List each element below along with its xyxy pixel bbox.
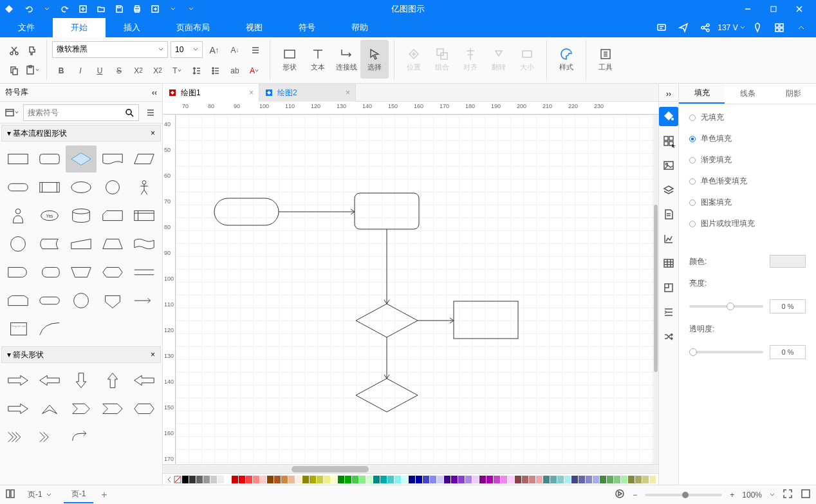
shape-actor[interactable] (129, 174, 160, 201)
cut-button[interactable] (5, 42, 23, 60)
color-swatch[interactable] (543, 476, 550, 483)
text-highlight-button[interactable]: ab (226, 62, 244, 80)
color-swatch[interactable] (338, 476, 344, 483)
tab-layout[interactable]: 页面布局 (158, 18, 228, 37)
shape-document[interactable] (98, 145, 128, 173)
color-swatch[interactable] (508, 476, 514, 483)
save-button[interactable] (111, 1, 127, 17)
shape-yes[interactable]: Yes (34, 202, 64, 229)
color-swatch[interactable] (628, 476, 635, 483)
color-swatch[interactable] (614, 476, 620, 483)
decrease-font-button[interactable]: A↓ (226, 41, 244, 59)
text-tool[interactable]: 文本 (304, 40, 332, 79)
page-selector[interactable]: 页-1 (23, 487, 56, 502)
color-swatch[interactable] (458, 476, 465, 483)
color-swatch[interactable] (465, 476, 472, 483)
shape-circle2[interactable] (3, 230, 33, 257)
undo-button[interactable] (21, 1, 37, 17)
color-swatch[interactable] (642, 476, 649, 483)
radio-no-fill[interactable]: 无填充 (689, 112, 806, 123)
open-button[interactable] (93, 1, 109, 17)
subscript-button[interactable]: X2 (149, 62, 167, 80)
add-page-button[interactable]: + (101, 489, 107, 501)
italic-button[interactable]: I (71, 62, 89, 80)
side-page-tool[interactable] (659, 205, 678, 224)
color-swatch[interactable] (402, 476, 408, 483)
tab-start[interactable]: 开始 (53, 18, 106, 37)
align-button[interactable] (246, 41, 264, 59)
group-tool[interactable]: 组合 (428, 40, 456, 79)
doc-tab-1[interactable]: 绘图1 × (163, 84, 259, 102)
bold-button[interactable]: B (52, 62, 70, 80)
undo-dropdown[interactable] (39, 1, 55, 17)
arrow-pentagon[interactable] (98, 395, 128, 422)
radio-texture-fill[interactable]: 图片或纹理填充 (689, 218, 806, 229)
symbol-settings[interactable] (142, 104, 160, 122)
color-swatch[interactable] (331, 476, 337, 483)
side-image-tool[interactable] (659, 156, 678, 175)
collapse-ribbon-icon[interactable] (792, 19, 811, 37)
color-swatch[interactable] (295, 476, 302, 483)
shape-card[interactable] (98, 202, 128, 229)
symbol-search-input[interactable] (23, 104, 139, 121)
library-dropdown[interactable] (3, 104, 21, 122)
color-swatch[interactable] (451, 476, 458, 483)
color-swatch[interactable] (281, 476, 288, 483)
shape-ellipse[interactable] (66, 174, 96, 201)
scrollbar-horizontal[interactable] (163, 464, 658, 473)
underline-button[interactable]: U (91, 62, 109, 80)
shape-stored-data[interactable] (34, 230, 64, 257)
side-chart-tool[interactable] (659, 229, 678, 248)
color-swatch[interactable] (218, 476, 224, 483)
color-picker[interactable] (770, 255, 806, 268)
color-swatch[interactable] (182, 476, 189, 483)
color-swatch[interactable] (649, 476, 656, 483)
search-icon[interactable] (124, 107, 134, 118)
flowchart-connector[interactable] (384, 337, 389, 378)
category-basic-flowchart[interactable]: ▾ 基本流程图形状 × (1, 125, 161, 142)
radio-solid-fill[interactable]: 单色填充 (689, 133, 806, 144)
shape-tool[interactable]: 形状 (275, 40, 304, 79)
arrow-stripe2[interactable] (34, 424, 64, 451)
zoom-slider[interactable] (645, 494, 722, 496)
close-category-icon[interactable]: × (151, 129, 155, 138)
radio-solid-gradient[interactable]: 单色渐变填充 (689, 176, 806, 187)
color-swatch[interactable] (430, 476, 436, 483)
color-swatch[interactable] (472, 476, 479, 483)
color-swatch[interactable] (380, 476, 387, 483)
color-swatch[interactable] (253, 476, 259, 483)
side-table-tool[interactable] (659, 254, 678, 273)
color-swatch[interactable] (324, 476, 330, 483)
font-select[interactable]: 微软雅黑 (52, 41, 168, 58)
scrollbar-vertical[interactable] (653, 115, 658, 464)
arrow-chevron-right[interactable] (66, 395, 96, 422)
superscript-button[interactable]: X2 (129, 62, 147, 80)
color-swatch[interactable] (310, 476, 316, 483)
page-list-icon[interactable] (5, 489, 15, 501)
color-swatch[interactable] (409, 476, 415, 483)
color-swatch[interactable] (302, 476, 309, 483)
side-layers-tool[interactable] (659, 180, 678, 200)
font-color-button[interactable]: A (245, 62, 263, 80)
color-swatch[interactable] (522, 476, 528, 483)
arrow-down[interactable] (66, 367, 96, 394)
select-tool[interactable]: 选择 (360, 40, 389, 79)
shape-manual-input[interactable] (66, 230, 96, 257)
props-tab-fill[interactable]: 填充 (679, 84, 725, 104)
shape-predefined[interactable] (34, 174, 64, 201)
color-swatch[interactable] (593, 476, 599, 483)
color-swatch[interactable] (494, 476, 500, 483)
arrow-chevron-up[interactable] (34, 395, 64, 422)
increase-font-button[interactable]: A↑ (205, 41, 223, 59)
position-tool[interactable]: 位置 (400, 40, 428, 79)
flowchart-decision2[interactable] (356, 378, 418, 412)
format-painter-button[interactable] (23, 42, 41, 60)
arrow-hexagon[interactable] (129, 395, 160, 422)
share-icon[interactable] (696, 19, 715, 37)
credits-display[interactable]: 137 V (718, 23, 745, 32)
side-shuffle-tool[interactable] (659, 327, 678, 346)
flowchart-decision[interactable] (356, 304, 418, 337)
flowchart-connector[interactable] (384, 229, 389, 304)
shape-loop[interactable] (3, 287, 33, 314)
arrow-up[interactable] (98, 367, 128, 394)
